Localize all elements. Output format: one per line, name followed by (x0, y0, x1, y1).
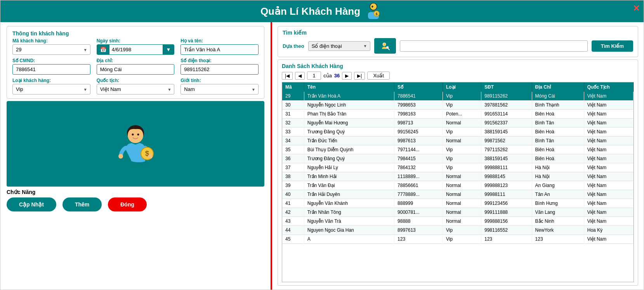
table-row[interactable]: 37Nguyễn Hải Ly7864132Vip999888111Hà Nội… (282, 163, 634, 172)
table-cell-col-5: NewYork (532, 226, 584, 235)
table-cell-col-4: 999123456 (481, 199, 532, 208)
table-row[interactable]: 41Nguyễn Văn Khánh888999Normal999123456B… (282, 199, 634, 208)
loai-kh-select[interactable]: Vip Normal Potential (12, 84, 90, 94)
table-row[interactable]: 35Bùi Thụy Diễm Quỳnh7971144...Vip797115… (282, 145, 634, 154)
table-cell-col-3: Poten... (443, 110, 481, 119)
close-button[interactable]: Đóng (108, 197, 147, 211)
table-cell-col-1: Trần Văn Hoà A (304, 92, 394, 101)
table-cell-col-1: Trần Đức Tiến (304, 136, 394, 145)
ma-kh-select[interactable]: 29 (12, 44, 90, 55)
table-row[interactable]: 29Trần Văn Hoà A7886541Vip989115262Móng … (282, 92, 634, 101)
table-cell-col-2: 998713 (394, 119, 443, 128)
col-loai: Loại (443, 82, 481, 92)
table-cell-col-2: 888999 (394, 199, 443, 208)
table-cell-col-2: 9000781... (394, 208, 443, 217)
table-row[interactable]: 44Nguyen Ngoc Gia Han8997613Vip998116552… (282, 226, 634, 235)
ho-ten-field: Họ và tên: (181, 38, 259, 55)
sdt-field: Số điện thoại: (181, 58, 259, 75)
section-title: Thông tin khách hàng (12, 30, 259, 37)
table-row[interactable]: 40Trần Hải Duyên7778889...Normal99988111… (282, 190, 634, 199)
search-button[interactable]: Tìm Kiếm (592, 40, 633, 52)
gioi-tinh-select-wrapper: Nam Nữ (181, 84, 259, 94)
svg-point-5 (128, 128, 143, 143)
svg-point-12 (383, 43, 386, 46)
update-button[interactable]: Cập Nhật (7, 197, 56, 211)
table-row[interactable]: 39Trần Văn Đại78856661Normal999888123An … (282, 181, 634, 190)
table-cell-col-5: 123 (532, 235, 584, 244)
table-cell-col-2: 1118889... (394, 172, 443, 181)
search-by-select-wrapper: Số điện thoại Tên Mã khách hàng Địa chỉ (308, 41, 370, 51)
page-next-button[interactable]: ▶ (342, 72, 352, 80)
table-cell-col-6: Việt Nam (584, 199, 633, 208)
col-sdt: SĐT (481, 82, 532, 92)
table-cell-col-4: 397881562 (481, 101, 532, 110)
table-cell-col-5: Bình Thạnh (532, 101, 584, 110)
col-ma: Mã (282, 82, 304, 92)
table-row[interactable]: 32Nguyễn Mai Hương998713Normal991562337B… (282, 119, 634, 128)
ngay-sinh-label: Ngày sinh: (97, 38, 175, 44)
dia-chi-input[interactable] (97, 64, 175, 75)
page-prev-button[interactable]: ◀ (295, 72, 305, 80)
close-window-button[interactable]: ✕ (633, 3, 640, 14)
table-cell-col-6: Việt Nam (584, 119, 633, 128)
table-wrapper: Mã Tên Số Loại SĐT Địa Chỉ Quốc Tịch 29T… (282, 82, 634, 282)
table-row[interactable]: 33Trương Đăng Quý99156245Vip388159145Biê… (282, 128, 634, 136)
table-cell-col-3: Normal (443, 190, 481, 199)
table-row[interactable]: 31Phan Thị Bảo Trân7998163Poten...991653… (282, 110, 634, 119)
table-row[interactable]: 30Nguyễn Ngọc Linh7998653Vip397881562Bìn… (282, 101, 634, 110)
table-cell-col-1: Nguyễn Hải Ly (304, 163, 394, 172)
search-text-input[interactable] (400, 40, 588, 52)
table-cell-col-2: 7998163 (394, 110, 443, 119)
table-row[interactable]: 45A123Vip123123Việt Nam (282, 235, 634, 244)
table-cell-col-1: Nguyễn Văn Khánh (304, 199, 394, 208)
table-cell-col-2: 7971144... (394, 145, 443, 154)
date-dropdown-icon[interactable]: ▼ (163, 45, 174, 54)
col-quoc-tich: Quốc Tịch (584, 82, 633, 92)
page-last-button[interactable]: ▶| (354, 72, 365, 80)
table-cell-col-2: 7886541 (394, 92, 443, 101)
ma-kh-label: Mã khách hàng: (12, 38, 90, 44)
table-cell-col-3: Normal (443, 199, 481, 208)
page-input[interactable] (307, 72, 321, 80)
table-cell-col-6: Việt Nam (584, 92, 633, 101)
date-input-wrapper[interactable]: 📅 4/6/1998 ▼ (97, 44, 175, 55)
ma-kh-field: Mã khách hàng: 29 (12, 38, 90, 55)
search-icon-button[interactable] (374, 38, 396, 54)
table-row[interactable]: 42Trần Nhân Tông9000781...Normal99911188… (282, 208, 634, 217)
functions-title: Chức Năng (7, 189, 264, 195)
quoc-tich-select[interactable]: Việt Nam Hoa Kỳ (97, 84, 175, 94)
table-cell-col-0: 34 (282, 136, 304, 145)
table-cell-col-1: Bùi Thụy Diễm Quỳnh (304, 145, 394, 154)
table-cell-col-4: 99988111 (481, 190, 532, 199)
table-cell-col-5: Móng Cái (532, 92, 584, 101)
table-row[interactable]: 38Trần Minh Hải1118889...Normal99888145H… (282, 172, 634, 181)
cmnd-field: Số CMND: (12, 58, 90, 75)
loai-kh-field: Loại khách hàng: Vip Normal Potential (12, 78, 90, 94)
table-row[interactable]: 36Trương Đăng Quý7984415Vip388159145Biên… (282, 154, 634, 163)
table-row[interactable]: 43Nguyễn Văn Trà98888Normal999888156Bắc … (282, 217, 634, 226)
cmnd-label: Số CMND: (12, 58, 90, 63)
svg-point-7 (137, 134, 139, 136)
table-row[interactable]: 34Trần Đức Tiến9987613Normal99871562Bình… (282, 136, 634, 145)
table-cell-col-3: Vip (443, 145, 481, 154)
sdt-input[interactable] (181, 64, 259, 75)
sdt-label: Số điện thoại: (181, 58, 259, 63)
search-by-select[interactable]: Số điện thoại Tên Mã khách hàng Địa chỉ (308, 41, 370, 51)
page-first-button[interactable]: |◀ (282, 72, 293, 80)
gioi-tinh-select[interactable]: Nam Nữ (181, 84, 259, 94)
table-cell-col-4: 991562337 (481, 119, 532, 128)
page-total: 36 (334, 73, 340, 79)
table-cell-col-1: Nguyễn Mai Hương (304, 119, 394, 128)
export-button[interactable]: Xuất (367, 72, 390, 80)
table-cell-col-1: Nguyễn Ngọc Linh (304, 101, 394, 110)
ho-ten-input[interactable] (181, 44, 259, 55)
table-cell-col-0: 42 (282, 208, 304, 217)
action-buttons: Cập Nhật Thêm Đóng (7, 197, 264, 211)
table-cell-col-1: Trần Minh Hải (304, 172, 394, 181)
table-cell-col-4: 999888123 (481, 181, 532, 190)
table-cell-col-0: 38 (282, 172, 304, 181)
cmnd-input[interactable] (12, 64, 90, 75)
table-cell-col-0: 45 (282, 235, 304, 244)
add-button[interactable]: Thêm (62, 197, 102, 211)
ho-ten-label: Họ và tên: (181, 38, 259, 44)
